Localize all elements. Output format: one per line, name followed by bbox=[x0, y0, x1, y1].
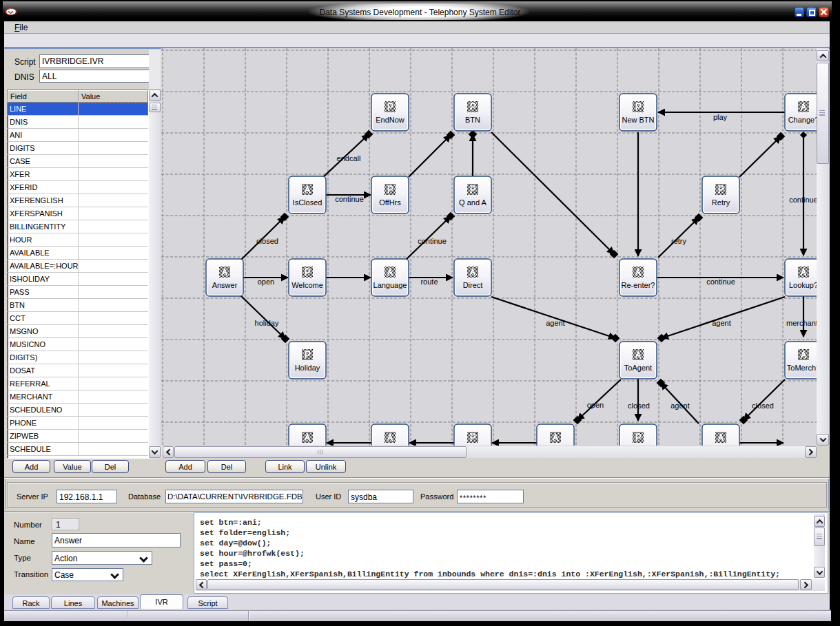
svg-text:merchant: merchant bbox=[786, 319, 817, 327]
svg-text:Re-enter?: Re-enter? bbox=[622, 281, 655, 289]
svg-text:closed: closed bbox=[752, 401, 774, 410]
svg-text:Holiday: Holiday bbox=[295, 364, 320, 372]
svg-text:ToAgent: ToAgent bbox=[624, 364, 652, 372]
svg-text:continue: continue bbox=[418, 237, 447, 245]
svg-text:EndNow: EndNow bbox=[376, 116, 404, 124]
svg-text:open: open bbox=[258, 278, 274, 286]
svg-text:agent: agent bbox=[712, 319, 731, 327]
svg-text:closed: closed bbox=[256, 237, 278, 245]
svg-text:Change?: Change? bbox=[788, 116, 817, 124]
svg-text:agent: agent bbox=[546, 319, 565, 327]
svg-text:ToMerch?: ToMerch? bbox=[787, 364, 817, 372]
svg-text:play: play bbox=[713, 113, 728, 121]
svg-text:continue: continue bbox=[335, 195, 364, 203]
svg-text:endcall: endcall bbox=[337, 154, 361, 163]
svg-text:continue: continue bbox=[706, 278, 735, 286]
svg-text:Direct: Direct bbox=[463, 281, 483, 289]
svg-text:Q and A: Q and A bbox=[459, 198, 486, 207]
svg-text:open: open bbox=[587, 401, 604, 409]
svg-text:Welcome: Welcome bbox=[291, 281, 323, 289]
svg-text:Lookup?: Lookup? bbox=[789, 281, 817, 289]
svg-text:continue: continue bbox=[789, 196, 817, 204]
svg-text:Retry: Retry bbox=[712, 198, 730, 207]
svg-text:New BTN: New BTN bbox=[622, 116, 654, 124]
svg-text:closed: closed bbox=[628, 401, 650, 410]
svg-text:route: route bbox=[420, 278, 438, 286]
svg-text:holiday: holiday bbox=[255, 319, 279, 327]
svg-text:OffHrs: OffHrs bbox=[379, 198, 401, 207]
svg-text:Language: Language bbox=[373, 281, 407, 289]
svg-text:Answer: Answer bbox=[212, 281, 238, 289]
svg-text:agent: agent bbox=[670, 401, 690, 410]
svg-text:IsClosed: IsClosed bbox=[293, 198, 322, 207]
svg-text:retry: retry bbox=[671, 237, 687, 245]
svg-text:BTN: BTN bbox=[465, 116, 480, 124]
